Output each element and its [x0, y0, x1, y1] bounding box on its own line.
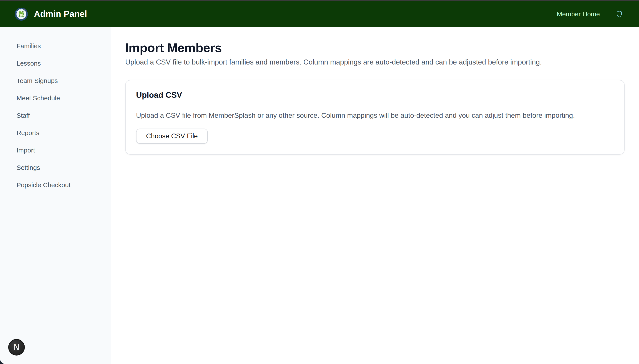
app-title: Admin Panel: [34, 9, 87, 19]
page-title: Import Members: [125, 41, 625, 55]
nextjs-dev-badge[interactable]: N: [8, 339, 25, 356]
sidebar-item-staff[interactable]: Staff: [0, 107, 111, 124]
sidebar-item-reports[interactable]: Reports: [0, 124, 111, 142]
sidebar-item-families[interactable]: Families: [0, 37, 111, 55]
sidebar-item-lessons[interactable]: Lessons: [0, 55, 111, 72]
sidebar-item-team-signups[interactable]: Team Signups: [0, 72, 111, 90]
page-subtitle: Upload a CSV file to bulk-import familie…: [125, 57, 625, 67]
main-content: Import Members Upload a CSV file to bulk…: [111, 27, 639, 364]
sidebar-item-meet-schedule[interactable]: Meet Schedule: [0, 90, 111, 107]
member-home-link[interactable]: Member Home: [557, 10, 600, 18]
upload-csv-card-title: Upload CSV: [136, 90, 614, 100]
sidebar: Families Lessons Team Signups Meet Sched…: [0, 27, 111, 364]
upload-csv-card: Upload CSV Upload a CSV file from Member…: [125, 80, 625, 155]
sidebar-item-import[interactable]: Import: [0, 142, 111, 159]
klahaya-club-logo[interactable]: KLAHAYA SWIM AND TENNIS CLUB: [15, 8, 28, 21]
choose-csv-file-button[interactable]: Choose CSV File: [136, 128, 208, 144]
upload-csv-card-description: Upload a CSV file from MemberSplash or a…: [136, 111, 614, 120]
shield-icon: [616, 10, 622, 18]
content-row: Families Lessons Team Signups Meet Sched…: [0, 27, 639, 364]
sidebar-item-popsicle-checkout[interactable]: Popsicle Checkout: [0, 176, 111, 194]
sidebar-item-settings[interactable]: Settings: [0, 159, 111, 176]
klahaya-logo-icon: KLAHAYA SWIM AND TENNIS CLUB: [15, 8, 28, 21]
header: KLAHAYA SWIM AND TENNIS CLUB: [0, 1, 639, 27]
